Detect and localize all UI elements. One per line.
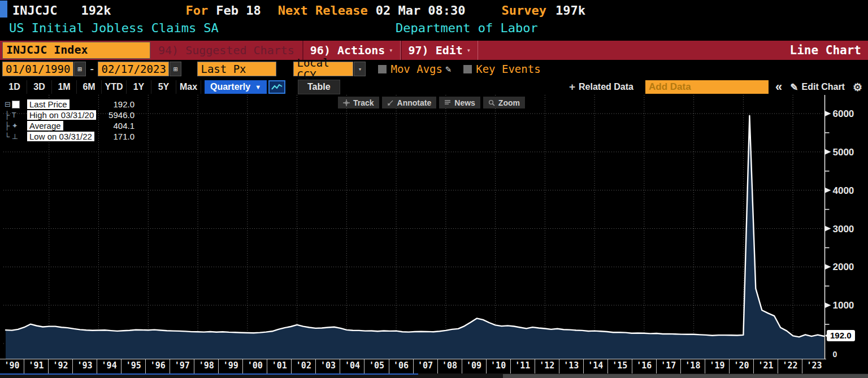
bloomberg-terminal-window: INJCJC 192k For Feb 18 Next Release 02 M… xyxy=(0,0,868,378)
window-corner-marker xyxy=(0,1,7,18)
edit-menu[interactable]: 97) Edit ▾ xyxy=(401,41,479,60)
caret-down-icon: ▼ xyxy=(255,84,261,90)
period-tab-1y[interactable]: 1Y xyxy=(127,80,151,94)
next-release-date: 02 Mar 08:30 xyxy=(376,3,466,18)
legend-row-high: ├ T High on 03/31/20 5946.0 xyxy=(5,110,134,120)
price-field-select[interactable]: Last Px xyxy=(197,62,276,76)
period-tab-ytd[interactable]: YTD xyxy=(102,80,127,94)
chart-tool-news-button[interactable]: News xyxy=(439,97,480,108)
calendar-icon[interactable]: ⊞ xyxy=(170,62,181,76)
x-axis-label: '23 xyxy=(802,359,826,374)
legend-row-low: └ ⊥ Low on 03/31/22 171.0 xyxy=(5,131,134,142)
legend-row-average: ├ ✦ Average 404.1 xyxy=(5,120,134,131)
x-axis-label: '93 xyxy=(72,359,97,374)
gear-icon[interactable]: ⚙ xyxy=(853,81,862,94)
x-axis-label: '16 xyxy=(632,359,656,374)
range-controls-row: 01/01/1990 ⊞ - 02/17/2023 ⊞ Last Px Loca… xyxy=(0,60,868,78)
caret-down-icon: ▾ xyxy=(467,46,471,54)
x-axis-label: '99 xyxy=(218,359,242,374)
range-separator: - xyxy=(89,63,95,75)
data-source: Department of Labor xyxy=(396,21,538,35)
security-input[interactable]: INJCJC Index xyxy=(2,42,150,59)
line-chart-type-button[interactable] xyxy=(268,80,285,94)
x-axis-label: '03 xyxy=(315,359,340,374)
frequency-select[interactable]: Quarterly ▼ xyxy=(205,80,267,94)
x-axis-label: '15 xyxy=(607,359,632,374)
chart-toolbar: 1D3D1M6MYTD1Y5YMax Quarterly ▼ Table + R… xyxy=(0,79,868,95)
calendar-icon[interactable]: ⊞ xyxy=(74,62,86,76)
edit-chart-button[interactable]: Edit Chart xyxy=(802,82,845,92)
period-tab-max[interactable]: Max xyxy=(176,80,201,94)
x-axis-label: '01 xyxy=(267,359,291,374)
x-axis-label: '98 xyxy=(194,359,218,374)
survey-label: Survey xyxy=(502,3,546,18)
chart-legend[interactable]: ⊟ Last Price 192.0 ├ T High on 03/31/20 … xyxy=(5,99,134,142)
right-toolbar-cluster: + Related Data « ✎ Edit Chart ⚙ xyxy=(569,80,868,94)
x-axis-label: '17 xyxy=(656,359,680,374)
scrollbar-thumb[interactable] xyxy=(503,374,868,378)
chart-tool-annotate-button[interactable]: Annotate xyxy=(382,97,437,108)
x-axis-label: '19 xyxy=(705,359,729,374)
high-marker-icon: T xyxy=(12,111,16,119)
svg-text:6000: 6000 xyxy=(833,108,854,119)
table-button[interactable]: Table xyxy=(298,80,340,94)
chart-tool-zoom-button[interactable]: Zoom xyxy=(483,97,525,108)
security-name: US Initial Jobless Claims SA xyxy=(9,21,219,35)
x-axis-label: '22 xyxy=(778,359,802,374)
key-events-checkbox[interactable] xyxy=(463,65,472,73)
x-axis-label: '92 xyxy=(48,359,72,374)
caret-down-icon: ▾ xyxy=(389,46,393,54)
for-date: Feb 18 xyxy=(216,3,261,18)
x-axis-label: '90 xyxy=(0,359,24,374)
collapse-panel-icon[interactable]: « xyxy=(775,80,782,94)
last-price-axis-tag: 192.0 xyxy=(827,330,855,341)
key-events-label: Key Events xyxy=(476,63,540,75)
x-axis-label: '11 xyxy=(510,359,535,374)
pencil-icon: ✎ xyxy=(790,81,798,93)
x-axis-label: '00 xyxy=(242,359,267,374)
period-tab-5y[interactable]: 5Y xyxy=(151,80,176,94)
last-value: 192k xyxy=(81,3,111,18)
mov-avgs-checkbox[interactable] xyxy=(378,65,387,73)
legend-row-last-price: ⊟ Last Price 192.0 xyxy=(5,99,134,110)
chart-region: 1000200030004000500060000 ⊟ Last Price 1… xyxy=(0,95,868,378)
related-data-button[interactable]: Related Data xyxy=(579,82,642,92)
date-to-input[interactable]: 02/17/2023 xyxy=(98,62,169,76)
line-chart-icon xyxy=(271,83,283,91)
x-axis-label: '08 xyxy=(437,359,462,374)
next-release-label: Next Release xyxy=(278,3,368,18)
x-axis-label: '96 xyxy=(145,359,170,374)
x-axis-label: '20 xyxy=(729,359,753,374)
currency-select[interactable]: Local CCY xyxy=(293,62,353,76)
add-data-input[interactable] xyxy=(645,80,769,94)
view-mode-label: Line Chart xyxy=(790,44,861,57)
svg-text:2000: 2000 xyxy=(833,262,854,272)
period-tab-1d[interactable]: 1D xyxy=(2,80,27,94)
pencil-icon[interactable]: ✎ xyxy=(445,63,451,75)
x-axis-label: '18 xyxy=(680,359,705,374)
x-axis-label: '95 xyxy=(121,359,145,374)
suggested-charts-menu[interactable]: 94) Suggested Charts xyxy=(158,44,294,57)
currency-dropdown-icon[interactable]: ▾ xyxy=(354,62,366,76)
description-row: US Initial Jobless Claims SA Department … xyxy=(0,20,868,38)
tree-expander-icon[interactable]: ⊟ xyxy=(5,100,11,108)
period-tab-6m[interactable]: 6M xyxy=(77,80,102,94)
period-tab-3d[interactable]: 3D xyxy=(27,80,52,94)
x-axis-year-strip: '90'91'92'93'94'95'96'97'98'99'00'01'02'… xyxy=(0,359,826,374)
for-label: For xyxy=(185,3,208,18)
x-axis-label: '09 xyxy=(462,359,486,374)
svg-text:0: 0 xyxy=(833,350,837,359)
period-tab-1m[interactable]: 1M xyxy=(52,80,77,94)
x-axis-label: '14 xyxy=(583,359,607,374)
svg-text:3000: 3000 xyxy=(833,224,854,234)
average-marker-icon: ✦ xyxy=(12,121,18,130)
horizontal-scrollbar[interactable] xyxy=(0,373,868,378)
date-from-input[interactable]: 01/01/1990 xyxy=(2,62,73,76)
x-axis-label: '94 xyxy=(97,359,121,374)
svg-text:5000: 5000 xyxy=(833,147,854,158)
header-row: INJCJC 192k For Feb 18 Next Release 02 M… xyxy=(0,0,868,20)
chart-tool-track-button[interactable]: Track xyxy=(338,97,379,108)
x-axis-label: '91 xyxy=(24,359,48,374)
x-axis-label: '13 xyxy=(559,359,583,374)
survey-value: 197k xyxy=(555,3,585,18)
